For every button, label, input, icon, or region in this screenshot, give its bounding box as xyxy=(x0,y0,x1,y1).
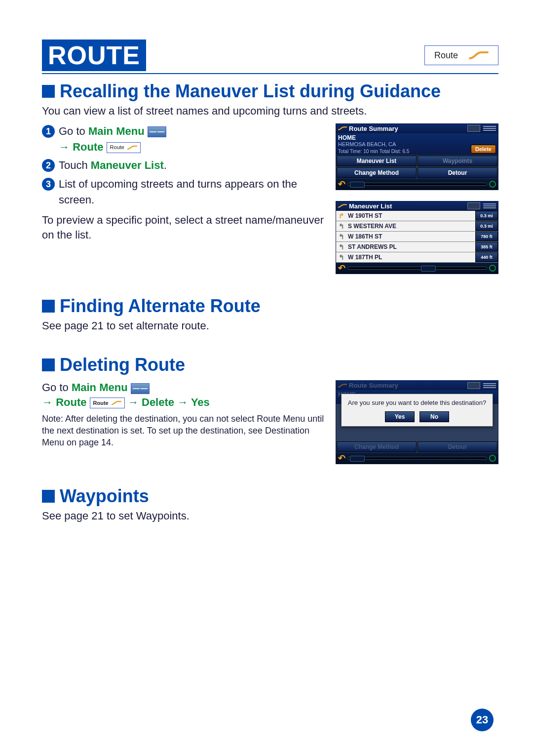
heading-deleting: Deleting Route xyxy=(42,355,498,375)
device-titlebar: Route Summary xyxy=(336,381,498,390)
maneuver-list-body: ↱W 190TH ST0.3 mi↰S WESTERN AVE0.3 mi↰W … xyxy=(336,211,498,263)
step-bullet-2: 2 xyxy=(42,159,55,172)
scroll-track[interactable] xyxy=(347,267,487,270)
list-item[interactable]: ↰W 186TH ST780 ft xyxy=(336,232,498,242)
scroll-track[interactable] xyxy=(347,183,487,186)
arrow-icon: → xyxy=(177,396,188,408)
device-info: HOME HERMOSA BEACH, CA Total Time: 10 mi… xyxy=(336,133,498,155)
step-2: 2 Touch Maneuver List. xyxy=(42,158,326,173)
square-bullet-icon xyxy=(42,300,55,313)
step3-text: List of upcoming streets and turns appea… xyxy=(59,176,326,208)
delete-goto: Go to xyxy=(42,381,72,394)
list-item[interactable]: ↰W 187TH PL440 ft xyxy=(336,252,498,263)
route-swish-icon xyxy=(338,203,347,209)
heading-alternate: Finding Alternate Route xyxy=(42,296,498,317)
list-item[interactable]: ↰ST ANDREWS PL385 ft xyxy=(336,242,498,252)
heading-text: Recalling the Maneuver List during Guida… xyxy=(60,81,441,102)
step1-mainmenu-link: Main Menu xyxy=(88,125,145,137)
arrow-icon: → xyxy=(128,396,139,408)
list-item[interactable]: ↱W 190TH ST0.3 mi xyxy=(336,211,498,221)
route-swish-icon xyxy=(338,383,347,389)
window-icon[interactable] xyxy=(467,202,480,209)
street-name: W 187TH PL xyxy=(348,254,382,261)
step2-text-a: Touch xyxy=(59,159,91,171)
dialog-no-button[interactable]: No xyxy=(419,411,449,422)
heading-text: Waypoints xyxy=(60,486,149,507)
distance-badge: 0.3 mi xyxy=(475,221,498,231)
back-icon[interactable]: ↶ xyxy=(338,263,345,274)
step1-route-link: Route xyxy=(73,141,103,153)
arrow-icon: → xyxy=(59,141,70,153)
main-menu-icon xyxy=(131,383,150,394)
square-bullet-icon xyxy=(42,85,55,98)
main-menu-icon xyxy=(148,126,166,137)
route-mini-icon: Route xyxy=(107,142,141,153)
back-icon[interactable]: ↶ xyxy=(338,453,345,464)
heading-text: Finding Alternate Route xyxy=(60,296,261,317)
power-icon[interactable] xyxy=(489,455,496,462)
maneuver-list-button[interactable]: Maneuver List xyxy=(337,156,417,166)
distance-badge: 440 ft xyxy=(475,252,498,262)
delete-mainmenu-link: Main Menu xyxy=(72,381,128,394)
dialog-yes-button[interactable]: Yes xyxy=(385,411,415,422)
menu-lines-icon[interactable] xyxy=(483,202,496,209)
scroll-thumb[interactable] xyxy=(350,456,365,462)
back-icon[interactable]: ↶ xyxy=(338,179,345,190)
heading-text: Deleting Route xyxy=(60,355,185,375)
device-titlebar: Maneuver List xyxy=(336,201,498,211)
waypoints-text: See page 21 to set Waypoints. xyxy=(42,509,498,523)
turn-right-icon: ↱ xyxy=(338,212,345,220)
waypoints-button[interactable]: Waypoints xyxy=(418,156,497,166)
street-name: S WESTERN AVE xyxy=(348,223,396,230)
page-number-badge: 23 xyxy=(471,709,494,731)
window-icon[interactable] xyxy=(467,382,480,389)
dest-label: HOME xyxy=(338,134,496,141)
delete-button[interactable]: Delete xyxy=(471,145,496,154)
header-title: ROUTE xyxy=(42,40,146,71)
dim-button-row: Change Method Detour xyxy=(336,441,498,453)
power-icon[interactable] xyxy=(489,181,496,188)
heading-waypoints: Waypoints xyxy=(42,486,498,507)
distance-badge: 780 ft xyxy=(475,232,498,241)
alternate-text: See page 21 to set alternate route. xyxy=(42,318,498,333)
window-icon[interactable] xyxy=(467,125,480,132)
change-method-button[interactable]: Change Method xyxy=(337,167,417,178)
change-method-button-dim: Change Method xyxy=(337,441,417,452)
step2-text-b: . xyxy=(164,159,167,171)
square-bullet-icon xyxy=(42,358,55,371)
step-bullet-1: 1 xyxy=(42,125,55,138)
list-item[interactable]: ↰S WESTERN AVE0.3 mi xyxy=(336,221,498,232)
step-3: 3 List of upcoming streets and turns app… xyxy=(42,176,326,208)
device-footer-bar: ↶ xyxy=(336,263,498,274)
route-mini-label: Route xyxy=(93,399,109,407)
step2-maneuver-link: Maneuver List xyxy=(91,159,164,171)
power-icon[interactable] xyxy=(489,265,496,272)
step-1: 1 Go to Main Menu → Route Route xyxy=(42,123,326,155)
device-route-summary: Route Summary HOME HERMOSA BEACH, CA Tot… xyxy=(336,123,498,190)
section-waypoints: Waypoints See page 21 to set Waypoints. xyxy=(42,486,498,523)
turn-left-icon: ↰ xyxy=(338,233,345,240)
scroll-track[interactable] xyxy=(347,457,487,460)
route-tab-label: Route xyxy=(434,50,458,61)
street-name: ST ANDREWS PL xyxy=(348,243,397,250)
route-mini-icon: Route xyxy=(90,398,125,408)
scroll-thumb[interactable] xyxy=(421,266,436,272)
page-header: ROUTE Route xyxy=(42,40,498,71)
scroll-thumb[interactable] xyxy=(350,182,365,188)
device-maneuver-list: Maneuver List ↱W 190TH ST0.3 mi↰S WESTER… xyxy=(336,201,498,274)
turn-left-icon: ↰ xyxy=(338,253,345,261)
street-name: W 190TH ST xyxy=(348,212,382,219)
menu-lines-icon[interactable] xyxy=(483,125,496,132)
delete-yes-link: Yes xyxy=(191,396,210,408)
delete-route-link: Route xyxy=(56,396,86,408)
section-deleting: Deleting Route Go to Main Menu → Route R… xyxy=(42,355,498,464)
detour-button[interactable]: Detour xyxy=(418,167,497,178)
detour-button-dim: Detour xyxy=(418,441,497,452)
delete-line2: → Route Route → Delete → Yes xyxy=(42,395,326,410)
device-title: Route Summary xyxy=(349,125,398,132)
turn-left-icon: ↰ xyxy=(338,243,345,251)
menu-lines-icon[interactable] xyxy=(483,382,496,389)
distance-badge: 385 ft xyxy=(475,242,498,252)
route-header-tab: Route xyxy=(424,45,498,65)
device-footer-bar: ↶ xyxy=(336,453,498,464)
